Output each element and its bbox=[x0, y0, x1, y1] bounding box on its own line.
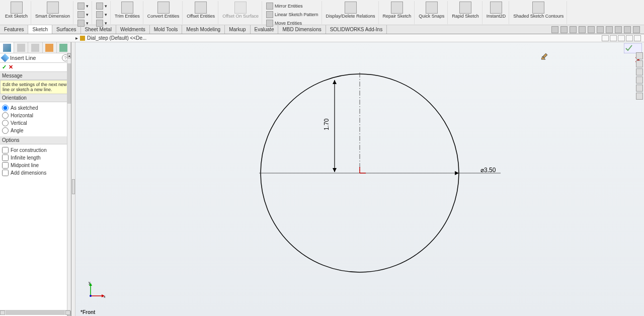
tab-weldments[interactable]: Weldments bbox=[116, 25, 150, 34]
hscroll-right-icon[interactable] bbox=[65, 310, 70, 315]
taskpane-design-icon[interactable] bbox=[636, 68, 643, 75]
repair-sketch-button[interactable]: Repair Sketch bbox=[382, 1, 413, 20]
breadcrumb-text[interactable]: Dial_step (Default) <<De... bbox=[87, 35, 146, 41]
feature-manager-tab[interactable] bbox=[0, 42, 14, 53]
window-tile-icon[interactable] bbox=[610, 35, 617, 41]
radio-vertical[interactable] bbox=[2, 120, 9, 126]
hscroll-left-icon[interactable] bbox=[0, 310, 5, 315]
taskpane-resources-icon[interactable] bbox=[636, 60, 643, 67]
instant2d-button[interactable]: Instant2D bbox=[486, 1, 507, 20]
tab-evaluate[interactable]: Evaluate bbox=[251, 25, 279, 34]
linear-pattern-button[interactable]: Linear Sketch Pattern bbox=[266, 11, 318, 19]
tab-sketch[interactable]: Sketch bbox=[28, 25, 52, 34]
edit-appearance-icon[interactable] bbox=[615, 26, 622, 33]
panel-tab-strip bbox=[0, 42, 71, 53]
trim-entities-button[interactable]: Trim Entities bbox=[114, 1, 141, 20]
hscroll-thumb[interactable] bbox=[6, 310, 65, 315]
ribbon-group-repair: Repair Sketch bbox=[380, 1, 415, 24]
option-adddim[interactable]: Add dimensions bbox=[2, 169, 69, 177]
offset-entities-button[interactable]: Offset Entities bbox=[186, 1, 216, 20]
display-relations-button[interactable]: Display/Delete Relations bbox=[325, 1, 376, 20]
view-orient-icon[interactable] bbox=[588, 26, 595, 33]
chk-midpoint[interactable] bbox=[2, 162, 9, 169]
taskpane-appearances-icon[interactable] bbox=[636, 85, 643, 92]
view-triad[interactable]: y x bbox=[86, 281, 106, 301]
dimxpert-tab[interactable] bbox=[57, 42, 71, 53]
vertical-dim-text[interactable]: 1.70 bbox=[323, 118, 330, 130]
ribbon-group-rapid: Rapid Sketch bbox=[449, 1, 482, 24]
radio-horizontal[interactable] bbox=[2, 112, 9, 119]
exit-sketch-button[interactable]: Exit Sketch bbox=[4, 1, 29, 20]
apply-scene-icon[interactable] bbox=[624, 26, 631, 33]
command-ribbon: Exit Sketch Smart Dimension ▾ ▾ ▾ ▾ ▾ ▾ … bbox=[0, 0, 644, 25]
tab-addins[interactable]: SOLIDWORKS Add-Ins bbox=[326, 25, 387, 34]
convert-entities-button[interactable]: Convert Entities bbox=[146, 1, 181, 20]
property-manager-tab[interactable] bbox=[14, 42, 28, 53]
graphics-area[interactable]: 1.70 ⌀3.50 ✕ bbox=[75, 42, 644, 316]
taskpane-view-icon[interactable] bbox=[636, 76, 643, 84]
panel-scrollbar[interactable]: ▴ ▾ bbox=[67, 53, 71, 316]
option-midpoint[interactable]: Midpoint line bbox=[2, 162, 69, 169]
window-min-icon[interactable] bbox=[618, 35, 625, 41]
tab-moldtools[interactable]: Mold Tools bbox=[150, 25, 183, 34]
option-infinite[interactable]: Infinite length bbox=[2, 154, 69, 162]
line-tool-button[interactable]: ▾ bbox=[77, 2, 89, 10]
radio-as-sketched[interactable] bbox=[2, 105, 9, 111]
scroll-up-icon[interactable]: ▴ bbox=[67, 53, 71, 58]
orientation-angle[interactable]: Angle bbox=[2, 127, 69, 134]
spline-tool-button[interactable]: ▾ bbox=[96, 11, 107, 19]
display-icon bbox=[45, 44, 53, 52]
orientation-vertical[interactable]: Vertical bbox=[2, 119, 69, 127]
offset-surface-button[interactable]: Offset On Surface bbox=[221, 1, 260, 20]
diameter-dim-text[interactable]: ⌀3.50 bbox=[480, 167, 496, 174]
message-text: Edit the settings of the next new line o… bbox=[0, 80, 71, 94]
ribbon-label: Instant2D bbox=[487, 14, 506, 19]
quick-snaps-button[interactable]: Quick Snaps bbox=[418, 1, 445, 20]
scroll-thumb[interactable] bbox=[67, 63, 71, 104]
rect-tool-button[interactable]: ▾ bbox=[77, 11, 89, 19]
cancel-button[interactable]: ✕ bbox=[9, 64, 13, 70]
tab-sheetmetal[interactable]: Sheet Metal bbox=[81, 25, 116, 34]
panel-splitter[interactable] bbox=[71, 42, 75, 316]
window-restore-icon[interactable] bbox=[602, 35, 609, 41]
shaded-contours-button[interactable]: Shaded Sketch Contours bbox=[512, 1, 565, 20]
display-style-icon[interactable] bbox=[597, 26, 604, 33]
tab-mbd[interactable]: MBD Dimensions bbox=[278, 25, 326, 34]
radio-angle[interactable] bbox=[2, 127, 9, 134]
display-manager-tab[interactable] bbox=[43, 42, 57, 53]
zoom-area-icon[interactable] bbox=[560, 26, 568, 33]
tab-surfaces[interactable]: Surfaces bbox=[52, 25, 80, 34]
zoom-fit-icon[interactable] bbox=[551, 26, 558, 33]
orientation-horizontal[interactable]: Horizontal bbox=[2, 112, 69, 119]
taskpane-custom-icon[interactable] bbox=[636, 93, 643, 100]
tab-meshmodeling[interactable]: Mesh Modeling bbox=[182, 25, 225, 34]
splitter-handle[interactable] bbox=[72, 179, 75, 194]
panel-hscroll[interactable] bbox=[0, 310, 70, 315]
taskpane-home-icon[interactable] bbox=[636, 52, 643, 59]
chk-adddim[interactable] bbox=[2, 170, 9, 176]
section-view-icon[interactable] bbox=[579, 26, 586, 33]
window-max-icon[interactable] bbox=[626, 35, 633, 41]
smart-dimension-button[interactable]: Smart Dimension bbox=[34, 1, 71, 20]
ribbon-group-draw2: ▾ ▾ ▾ bbox=[93, 1, 111, 24]
config-manager-tab[interactable] bbox=[28, 42, 42, 53]
prev-view-icon[interactable] bbox=[570, 26, 577, 33]
ribbon-group-convert: Convert Entities bbox=[144, 1, 183, 24]
tab-features[interactable]: Features bbox=[0, 25, 28, 34]
window-close-icon[interactable] bbox=[634, 35, 641, 41]
breadcrumb-arrow[interactable]: ▸ bbox=[75, 35, 78, 41]
arc-tool-button[interactable]: ▾ bbox=[96, 2, 107, 10]
view-settings-icon[interactable] bbox=[633, 26, 640, 33]
mirror-entities-button[interactable]: Mirror Entities bbox=[266, 2, 303, 10]
rapid-sketch-button[interactable]: Rapid Sketch bbox=[451, 1, 480, 20]
option-construction[interactable]: For construction bbox=[2, 146, 69, 154]
orientation-as-sketched[interactable]: As sketched bbox=[2, 104, 69, 112]
dim-arrow-bot bbox=[333, 168, 337, 172]
tabs-left: Features Sketch Surfaces Sheet Metal Wel… bbox=[0, 25, 387, 34]
message-section-header: Message bbox=[0, 72, 71, 80]
ok-button[interactable]: ✓ bbox=[2, 64, 7, 70]
chk-construction[interactable] bbox=[2, 147, 9, 153]
chk-infinite[interactable] bbox=[2, 154, 9, 161]
hide-show-icon[interactable] bbox=[606, 26, 613, 33]
tab-markup[interactable]: Markup bbox=[225, 25, 250, 34]
